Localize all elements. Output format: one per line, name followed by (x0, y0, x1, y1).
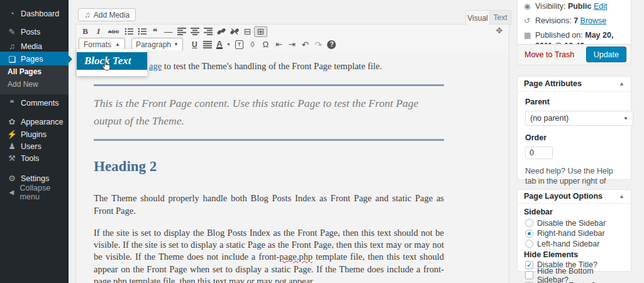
visibility-edit-link[interactable]: Edit (594, 2, 608, 11)
move-to-trash-link[interactable]: Move to Trash (525, 50, 574, 59)
chevron-down-icon: ▼ (623, 116, 628, 121)
revisions-row: ↺ Revisions: 7 Browse (518, 12, 631, 26)
mouse-cursor-hand-icon (101, 60, 111, 72)
fullscreen-icon: ✥ (496, 26, 503, 35)
text-color-dropdown[interactable]: ▼ (225, 39, 233, 50)
toolbar-row-1: B I ABC ❝ — (76, 26, 267, 37)
admin-sidebar: ◔ Dashboard ✎ Posts ♫ Media ❏ Pages All … (0, 0, 69, 283)
numbered-list-icon (138, 28, 147, 35)
redo-icon: ↷ (315, 40, 323, 50)
collapse-toggle-icon[interactable]: ▲ (619, 77, 625, 91)
indent-button[interactable]: ⇥ (286, 39, 299, 50)
add-media-button[interactable]: ♫ Add Media (78, 8, 136, 21)
radio-right-hand-sidebar[interactable]: Right-hand Sidebar (524, 230, 625, 238)
eraser-icon: ◊ (250, 40, 254, 49)
keyboard-shortcuts-help-button[interactable]: ? (325, 39, 338, 50)
justify-button[interactable] (201, 39, 214, 50)
numbered-list-button[interactable] (135, 26, 148, 37)
sidebar-item-tools[interactable]: ⚒ Tools (0, 151, 69, 165)
paragraph-label: Paragraph (136, 40, 171, 49)
bullet-list-button[interactable] (122, 26, 135, 37)
media-icon: ♫ (6, 42, 18, 51)
sidebar-item-comments[interactable]: ❝ Comments (0, 96, 69, 110)
sidebar-item-dashboard[interactable]: ◔ Dashboard (0, 6, 69, 21)
page-link[interactable]: age (149, 61, 162, 71)
update-button[interactable]: Update (586, 47, 626, 62)
sidebar-item-pages[interactable]: ❏ Pages (0, 52, 69, 67)
clear-formatting-button[interactable]: ◊ (246, 39, 259, 50)
formats-menu-item-block-text[interactable]: Block Text (77, 52, 147, 70)
insert-more-tag-button[interactable]: ⊟ (241, 26, 254, 37)
editor-content-area[interactable]: age to test the Theme's handling of the … (75, 50, 509, 283)
distraction-free-button[interactable]: ✥ (493, 26, 506, 36)
sidebar-item-label: Posts (21, 28, 40, 36)
parent-select-value: (no parent) (530, 114, 569, 123)
tab-text[interactable]: Text (489, 10, 511, 25)
help-icon: ? (327, 40, 336, 49)
radio-button-selected[interactable] (525, 230, 533, 238)
sidebar-item-label: Comments (21, 99, 58, 108)
revisions-label: Revisions: (535, 16, 572, 25)
text-color-button[interactable]: A (214, 39, 225, 50)
align-right-button[interactable] (201, 26, 214, 37)
order-label: Order (525, 133, 623, 142)
sidebar-subitem-all-pages[interactable]: All Pages (0, 65, 69, 78)
horizontal-rule-button[interactable]: — (162, 26, 175, 37)
radio-button[interactable] (525, 240, 533, 248)
checkbox-checked[interactable]: ✓ (525, 261, 533, 269)
revisions-count: 7 (574, 16, 578, 25)
pages-submenu: All Pages Add New (0, 65, 69, 94)
strikethrough-button[interactable]: ABC (105, 26, 122, 37)
special-character-button[interactable]: Ω (259, 39, 272, 50)
bold-button[interactable]: B (79, 26, 92, 37)
link-icon (217, 28, 226, 35)
align-center-button[interactable] (188, 26, 201, 37)
align-right-icon (204, 28, 213, 35)
page-attributes-title: Page Attributes ▲ (518, 77, 631, 92)
visibility-row: ◉ Visibility: Public Edit (518, 0, 631, 12)
align-left-button[interactable] (175, 26, 188, 37)
checkbox-unchecked[interactable] (525, 271, 533, 279)
chevron-down-icon: ▼ (226, 42, 231, 47)
paragraph-theme-handling: The Theme should properly handle both Bl… (94, 192, 444, 217)
sidebar-item-posts[interactable]: ✎ Posts (0, 25, 69, 39)
page-attributes-metabox: Page Attributes ▲ Parent (no parent) ▼ O… (517, 76, 631, 180)
revisions-browse-link[interactable]: Browse (580, 16, 607, 25)
outdent-button[interactable]: ⇤ (272, 39, 286, 50)
sidebar-item-label: Plugins (21, 130, 47, 139)
undo-icon: ↶ (302, 40, 309, 50)
unlink-button[interactable] (228, 26, 241, 37)
redo-button[interactable]: ↷ (312, 39, 325, 50)
tools-icon: ⚒ (6, 153, 18, 163)
radio-disable-sidebar[interactable]: Disable the Sidebar (524, 219, 625, 228)
parent-select[interactable]: (no parent) ▼ (525, 111, 633, 126)
italic-button[interactable]: I (92, 26, 105, 37)
formats-label: Formats (84, 40, 111, 49)
underline-button[interactable]: U (188, 39, 201, 50)
collapse-toggle-icon[interactable]: ▲ (619, 190, 625, 203)
radio-button[interactable] (525, 219, 533, 227)
pages-icon: ❏ (6, 55, 18, 64)
front-page-quote-block: This is the Front Page content. Use this… (94, 84, 444, 141)
sidebar-subitem-add-new[interactable]: Add New (0, 78, 69, 91)
order-input[interactable] (525, 147, 553, 159)
paste-as-text-button[interactable]: T (233, 39, 246, 50)
justify-icon (203, 41, 212, 48)
publish-actions-footer: Move to Trash Update (518, 44, 631, 65)
spellcheck-word: page.php (279, 252, 313, 262)
chevron-up-icon: ▲ (115, 42, 120, 47)
toolbar-toggle-button[interactable]: ⊞ (254, 26, 267, 37)
sidebar-options-label: Sidebar (524, 208, 625, 216)
sidebar-item-label: Tools (21, 154, 39, 163)
collapse-menu-button[interactable]: ◀ Collapse menu (0, 185, 69, 199)
blockquote-button[interactable]: ❝ (148, 26, 162, 37)
publish-metabox: ◉ Visibility: Public Edit ↺ Revisions: 7… (517, 0, 631, 65)
checkbox-hide-bottom-sidebar[interactable]: Hide the Bottom Sidebar? (524, 271, 625, 280)
undo-button[interactable]: ↶ (299, 39, 312, 50)
align-left-icon (177, 28, 186, 35)
tab-visual[interactable]: Visual (465, 10, 490, 25)
insert-link-button[interactable] (214, 26, 228, 37)
editor-toolbar: B I ABC ❝ — (75, 24, 509, 52)
sidebar-item-label: Appearance (21, 118, 63, 126)
radio-left-hand-sidebar[interactable]: Left-hand Sidebar (524, 240, 625, 248)
